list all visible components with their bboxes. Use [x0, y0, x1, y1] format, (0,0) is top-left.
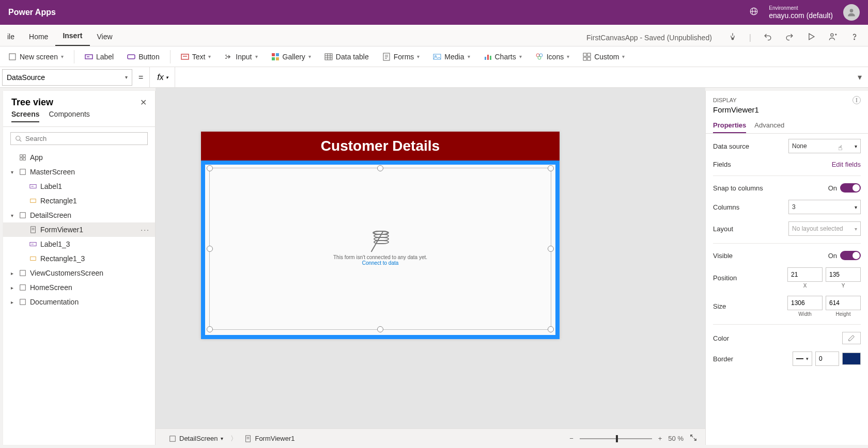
prop-size-label: Size — [713, 302, 726, 310]
tree-app-root[interactable]: App — [3, 150, 155, 165]
border-color-picker[interactable] — [842, 353, 861, 365]
resize-handle[interactable] — [377, 326, 383, 332]
help-icon[interactable] — [849, 31, 860, 44]
ribbon-charts[interactable]: Charts▾ — [478, 51, 527, 63]
menu-insert[interactable]: Insert — [55, 26, 89, 46]
position-x-input[interactable] — [787, 267, 823, 282]
property-dropdown[interactable]: DataSource▾ — [2, 69, 132, 86]
tree-node-viewcust[interactable]: ▸ ViewCustomersScreen — [3, 266, 155, 280]
prop-layout-label: Layout — [713, 225, 733, 233]
tree-node-doc[interactable]: ▸ Documentation — [3, 295, 155, 309]
formula-expand-icon[interactable]: ▾ — [851, 72, 868, 82]
size-width-input[interactable] — [787, 296, 823, 310]
tree-node-detail[interactable]: ▾ DetailScreen — [3, 208, 155, 222]
equals-sign: = — [132, 73, 149, 82]
ribbon-forms[interactable]: Forms▾ — [377, 51, 425, 63]
resize-handle[interactable] — [207, 326, 213, 332]
undo-icon[interactable] — [763, 31, 773, 44]
prop-datasource-dropdown[interactable]: None▾ ☝︎ — [788, 139, 861, 153]
ribbon-label[interactable]: Label — [80, 51, 119, 63]
more-icon[interactable]: ··· — [141, 226, 150, 234]
ribbon-button[interactable]: Button — [122, 51, 164, 63]
empty-msg: This form isn't connected to any data ye… — [333, 254, 427, 260]
resize-handle[interactable] — [207, 165, 213, 171]
crumb-element[interactable]: FormViewer1 — [239, 435, 300, 442]
tree-node-home[interactable]: ▸ HomeScreen — [3, 280, 155, 295]
user-avatar[interactable] — [843, 4, 860, 21]
resize-handle[interactable] — [548, 246, 554, 252]
tree-search-input[interactable] — [25, 135, 143, 142]
ribbon-new-screen[interactable]: New screen▾ — [3, 51, 69, 63]
checker-icon[interactable] — [727, 31, 738, 44]
prop-layout-dropdown[interactable]: No layout selected▾ — [788, 221, 861, 236]
resize-handle[interactable] — [548, 326, 554, 332]
ribbon-data-table[interactable]: Data table — [319, 51, 374, 63]
form-selection[interactable]: This form isn't connected to any data ye… — [201, 161, 560, 339]
ribbon-custom[interactable]: Custom▾ — [578, 51, 630, 63]
tree-title: Tree view — [11, 97, 53, 108]
resize-handle[interactable] — [377, 165, 383, 171]
menu-home[interactable]: Home — [22, 27, 55, 46]
menu-right: FirstCanvasApp - Saved (Unpublished) | — [586, 31, 868, 46]
tree-node-label13[interactable]: Label1_3 — [3, 237, 155, 251]
formula-input[interactable] — [175, 69, 851, 86]
tab-properties[interactable]: Properties — [713, 118, 746, 133]
zoom-in-icon[interactable]: + — [658, 435, 662, 442]
fullscreen-icon[interactable] — [690, 434, 697, 443]
media-icon — [433, 53, 441, 61]
ribbon-gallery[interactable]: Gallery▾ — [266, 51, 316, 63]
env-label: Environment — [769, 5, 833, 11]
environment-display[interactable]: Environment enayu.com (default) — [769, 5, 833, 20]
x-label: X — [787, 283, 823, 289]
redo-icon[interactable] — [784, 31, 795, 44]
border-style-dropdown[interactable]: ▾ — [793, 351, 812, 366]
info-icon[interactable]: i — [853, 96, 861, 104]
fx-label[interactable]: fx▾ — [149, 67, 175, 87]
screen-preview: Customer Details — [201, 132, 560, 339]
cursor-icon: ☝︎ — [838, 143, 843, 152]
tab-advanced[interactable]: Advanced — [754, 118, 784, 133]
share-icon[interactable] — [828, 31, 838, 44]
tree-tab-screens[interactable]: Screens — [11, 110, 39, 122]
svg-rect-19 — [487, 55, 489, 60]
snap-toggle[interactable] — [840, 183, 861, 193]
resize-handle[interactable] — [548, 165, 554, 171]
menu-file[interactable]: ile — [0, 27, 22, 46]
close-tree-icon[interactable]: ✕ — [140, 98, 147, 107]
visible-toggle[interactable] — [840, 251, 861, 260]
play-icon[interactable] — [806, 31, 816, 44]
canvas[interactable]: Customer Details — [156, 88, 705, 448]
crumb-screen[interactable]: DetailScreen ▾ — [164, 435, 228, 442]
prop-fields-label: Fields — [713, 161, 731, 168]
svg-rect-20 — [490, 56, 491, 60]
screen-title-rect[interactable]: Customer Details — [201, 132, 560, 161]
tree-node-formviewer[interactable]: FormViewer1 ··· — [3, 222, 155, 237]
ribbon-text[interactable]: Text▾ — [176, 51, 216, 63]
size-height-input[interactable] — [826, 296, 861, 310]
connect-data-link[interactable]: Connect to data — [333, 260, 427, 266]
tree-search[interactable] — [10, 132, 148, 145]
menu-view[interactable]: View — [90, 27, 120, 46]
tree-node-label1[interactable]: Label1 — [3, 179, 155, 194]
position-y-input[interactable] — [826, 267, 861, 282]
border-width-input[interactable] — [815, 351, 839, 366]
tree-node-rect13[interactable]: Rectangle1_3 — [3, 251, 155, 266]
color-picker[interactable] — [842, 332, 861, 344]
zoom-value: 50 % — [668, 435, 684, 442]
svg-rect-13 — [276, 57, 279, 60]
zoom-slider[interactable] — [580, 438, 652, 439]
ribbon-input[interactable]: Input▾ — [219, 51, 262, 63]
tree-list: App ▾ MasterScreen Label1 Rectangle1 ▾ D… — [3, 150, 155, 445]
prop-columns-label: Columns — [713, 203, 739, 211]
edit-fields-link[interactable]: Edit fields — [832, 161, 861, 168]
tree-node-master[interactable]: ▾ MasterScreen — [3, 165, 155, 179]
resize-handle[interactable] — [207, 246, 213, 252]
svg-rect-41 — [20, 285, 26, 291]
app-status: FirstCanvasApp - Saved (Unpublished) — [586, 34, 712, 42]
prop-columns-dropdown[interactable]: 3▾ — [788, 200, 861, 214]
tree-tab-components[interactable]: Components — [49, 110, 89, 122]
ribbon-icons[interactable]: Icons▾ — [530, 51, 575, 63]
tree-node-rect1[interactable]: Rectangle1 — [3, 194, 155, 208]
zoom-out-icon[interactable]: − — [569, 435, 574, 442]
ribbon-media[interactable]: Media▾ — [428, 51, 475, 63]
